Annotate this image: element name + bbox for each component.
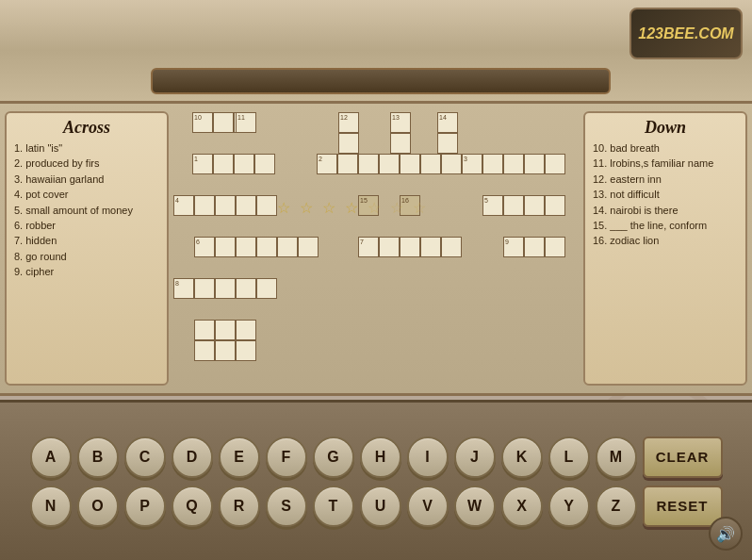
- cell-4-2[interactable]: [215, 195, 236, 216]
- crossword-grid: 10 11 12 13 14 1 2: [173, 112, 579, 386]
- cell-8-4[interactable]: [256, 278, 277, 299]
- key-D[interactable]: D: [172, 436, 213, 478]
- cell-7-4[interactable]: [441, 237, 462, 257]
- across-clue-9: 9. cipher: [14, 265, 159, 279]
- cell-7-start[interactable]: 7: [358, 237, 379, 257]
- cell-2-1[interactable]: [337, 154, 358, 174]
- cell-4-1[interactable]: [194, 195, 215, 216]
- cell-11-0[interactable]: 11: [236, 112, 256, 133]
- cell-12-0[interactable]: 12: [338, 112, 359, 133]
- cell-2-3[interactable]: [379, 154, 400, 174]
- key-S[interactable]: S: [266, 486, 307, 527]
- key-C[interactable]: C: [124, 436, 166, 478]
- cell-7-2[interactable]: [400, 237, 420, 257]
- cell-7-1[interactable]: [379, 237, 400, 257]
- cell-9-1[interactable]: [524, 237, 545, 257]
- clear-button[interactable]: CLEAR: [643, 436, 723, 478]
- cell-8-3[interactable]: [236, 278, 256, 299]
- key-B[interactable]: B: [77, 436, 119, 478]
- cell-9-start[interactable]: 9: [503, 237, 524, 257]
- keyboard-area: A B C D E F G H I J K L M CLEAR N O P Q …: [0, 400, 752, 560]
- cell-8-1[interactable]: [194, 278, 215, 299]
- key-H[interactable]: H: [360, 436, 401, 478]
- down-clue-12: 12. eastern inn: [593, 173, 738, 187]
- cell-13-1[interactable]: [390, 133, 411, 154]
- key-G[interactable]: G: [313, 436, 354, 478]
- cell-1-3[interactable]: [254, 154, 275, 174]
- across-clue-2: 2. produced by firs: [14, 156, 159, 171]
- across-title: Across: [14, 118, 159, 138]
- key-U[interactable]: U: [360, 486, 401, 527]
- key-E[interactable]: E: [219, 436, 260, 478]
- cell-bot-4[interactable]: [194, 340, 215, 361]
- cell-3-start[interactable]: 3: [462, 154, 482, 174]
- cell-1-1[interactable]: [213, 154, 234, 174]
- cell-4-4[interactable]: [256, 195, 277, 216]
- cell-r0c0[interactable]: 10: [192, 112, 213, 133]
- cell-4-3[interactable]: [236, 195, 256, 216]
- cell-2-6[interactable]: [441, 154, 462, 174]
- cell-7-3[interactable]: [420, 237, 441, 257]
- cell-13-0[interactable]: 13: [390, 112, 411, 133]
- cell-3-1[interactable]: [482, 154, 503, 174]
- cell-3-2[interactable]: [503, 154, 524, 174]
- key-W[interactable]: W: [454, 486, 496, 527]
- key-L[interactable]: L: [548, 436, 590, 478]
- star-7: ☆: [413, 199, 426, 217]
- cell-2-4[interactable]: [400, 154, 420, 174]
- key-T[interactable]: T: [313, 486, 354, 527]
- cell-14-1[interactable]: [437, 133, 458, 154]
- down-title: Down: [593, 118, 738, 138]
- key-M[interactable]: M: [596, 436, 637, 478]
- cell-5-start[interactable]: 5: [482, 195, 503, 216]
- star-3: ☆: [322, 199, 335, 217]
- key-X[interactable]: X: [501, 486, 543, 527]
- cell-bot-5[interactable]: [215, 340, 236, 361]
- down-clue-15: 15. ___ the line, conform: [593, 219, 738, 233]
- cell-6-5[interactable]: [298, 237, 319, 257]
- cell-5-2[interactable]: [524, 195, 545, 216]
- cell-8-2[interactable]: [215, 278, 236, 299]
- sound-button[interactable]: 🔊: [709, 517, 743, 551]
- key-N[interactable]: N: [30, 486, 72, 527]
- cell-2-2[interactable]: [358, 154, 379, 174]
- key-I[interactable]: I: [407, 436, 449, 478]
- cell-12-1[interactable]: [338, 133, 359, 154]
- cell-3-3[interactable]: [524, 154, 545, 174]
- key-A[interactable]: A: [30, 436, 72, 478]
- cell-bot-3[interactable]: [236, 320, 256, 340]
- key-J[interactable]: J: [454, 436, 496, 478]
- cell-r0c1[interactable]: [213, 112, 234, 133]
- cell-bot-6[interactable]: [236, 340, 256, 361]
- cell-1-2[interactable]: [234, 154, 254, 174]
- cell-6-4[interactable]: [277, 237, 298, 257]
- cell-5-1[interactable]: [503, 195, 524, 216]
- cell-6-1[interactable]: [215, 237, 236, 257]
- key-Q[interactable]: Q: [172, 486, 213, 527]
- key-V[interactable]: V: [407, 486, 449, 527]
- cell-1-start[interactable]: 1: [192, 154, 213, 174]
- key-K[interactable]: K: [501, 436, 543, 478]
- cell-6-2[interactable]: [236, 237, 256, 257]
- cell-bot-2[interactable]: [215, 320, 236, 340]
- key-R[interactable]: R: [219, 486, 260, 527]
- key-Y[interactable]: Y: [548, 486, 590, 527]
- across-clue-1: 1. latin "is": [14, 141, 159, 156]
- cell-6-start[interactable]: 6: [194, 237, 215, 257]
- cell-2-start[interactable]: 2: [317, 154, 337, 174]
- cell-2-5[interactable]: [420, 154, 441, 174]
- cell-4-start[interactable]: 4: [173, 195, 194, 216]
- cell-5-3[interactable]: [545, 195, 565, 216]
- cell-bot-1[interactable]: [194, 320, 215, 340]
- down-clue-14: 14. nairobi is there: [593, 204, 738, 218]
- key-F[interactable]: F: [266, 436, 307, 478]
- reset-button[interactable]: RESET: [643, 486, 723, 527]
- cell-8-start[interactable]: 8: [173, 278, 194, 299]
- cell-6-3[interactable]: [256, 237, 277, 257]
- cell-14-0[interactable]: 14: [437, 112, 458, 133]
- key-O[interactable]: O: [77, 486, 119, 527]
- key-P[interactable]: P: [124, 486, 166, 527]
- cell-3-4[interactable]: [545, 154, 565, 174]
- key-Z[interactable]: Z: [596, 486, 637, 527]
- cell-9-2[interactable]: [545, 237, 565, 257]
